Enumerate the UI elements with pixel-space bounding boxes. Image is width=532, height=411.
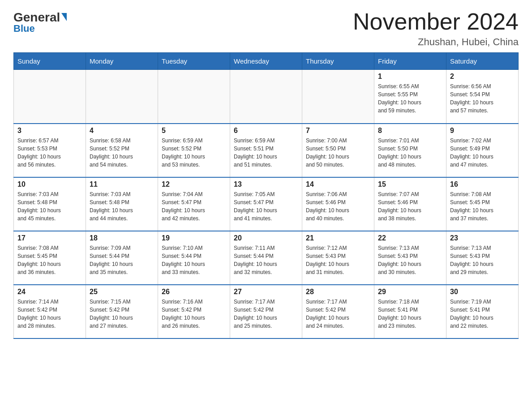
header-day-sunday: Sunday — [14, 53, 86, 70]
day-number: 25 — [90, 288, 154, 296]
day-number: 23 — [450, 234, 515, 242]
location: Zhushan, Hubei, China — [353, 36, 519, 48]
day-number: 11 — [90, 180, 154, 188]
day-info: Sunrise: 7:16 AM Sunset: 5:42 PM Dayligh… — [162, 298, 226, 330]
day-info: Sunrise: 7:17 AM Sunset: 5:42 PM Dayligh… — [306, 298, 370, 330]
logo-general: General — [13, 11, 67, 24]
calendar-cell: 12Sunrise: 7:04 AM Sunset: 5:47 PM Dayli… — [158, 177, 230, 231]
calendar-cell: 23Sunrise: 7:13 AM Sunset: 5:43 PM Dayli… — [446, 231, 519, 285]
calendar-cell: 25Sunrise: 7:15 AM Sunset: 5:42 PM Dayli… — [86, 285, 158, 338]
day-info: Sunrise: 7:05 AM Sunset: 5:47 PM Dayligh… — [234, 190, 298, 223]
day-number: 22 — [378, 234, 442, 242]
day-info: Sunrise: 6:59 AM Sunset: 5:52 PM Dayligh… — [162, 137, 226, 169]
day-info: Sunrise: 6:55 AM Sunset: 5:55 PM Dayligh… — [378, 82, 442, 115]
day-number: 26 — [162, 288, 226, 296]
day-info: Sunrise: 7:15 AM Sunset: 5:42 PM Dayligh… — [90, 298, 154, 330]
calendar-cell — [302, 70, 374, 124]
day-info: Sunrise: 7:10 AM Sunset: 5:44 PM Dayligh… — [162, 244, 226, 276]
calendar-cell — [14, 70, 86, 124]
calendar-cell: 3Sunrise: 6:57 AM Sunset: 5:53 PM Daylig… — [14, 124, 86, 177]
day-info: Sunrise: 7:03 AM Sunset: 5:48 PM Dayligh… — [90, 190, 154, 223]
day-number: 19 — [162, 234, 226, 242]
calendar-cell — [86, 70, 158, 124]
day-number: 27 — [234, 288, 298, 296]
day-info: Sunrise: 6:59 AM Sunset: 5:51 PM Dayligh… — [234, 137, 298, 169]
calendar-cell: 13Sunrise: 7:05 AM Sunset: 5:47 PM Dayli… — [230, 177, 302, 231]
logo-general-text: General — [13, 11, 60, 24]
calendar-cell: 2Sunrise: 6:56 AM Sunset: 5:54 PM Daylig… — [446, 70, 519, 124]
header-row: SundayMondayTuesdayWednesdayThursdayFrid… — [14, 53, 519, 70]
day-number: 20 — [234, 234, 298, 242]
day-info: Sunrise: 7:13 AM Sunset: 5:43 PM Dayligh… — [378, 244, 442, 276]
day-info: Sunrise: 7:02 AM Sunset: 5:49 PM Dayligh… — [450, 137, 515, 169]
day-info: Sunrise: 7:19 AM Sunset: 5:41 PM Dayligh… — [450, 298, 515, 330]
calendar-cell — [158, 70, 230, 124]
day-info: Sunrise: 7:06 AM Sunset: 5:46 PM Dayligh… — [306, 190, 370, 223]
day-number: 10 — [17, 180, 82, 188]
day-info: Sunrise: 6:57 AM Sunset: 5:53 PM Dayligh… — [17, 137, 82, 169]
calendar-week-4: 17Sunrise: 7:08 AM Sunset: 5:45 PM Dayli… — [14, 231, 519, 285]
day-number: 7 — [306, 127, 370, 135]
day-info: Sunrise: 7:08 AM Sunset: 5:45 PM Dayligh… — [17, 244, 82, 276]
calendar-cell: 20Sunrise: 7:11 AM Sunset: 5:44 PM Dayli… — [230, 231, 302, 285]
day-number: 29 — [378, 288, 442, 296]
day-number: 28 — [306, 288, 370, 296]
day-number: 3 — [17, 127, 82, 135]
calendar-cell: 21Sunrise: 7:12 AM Sunset: 5:43 PM Dayli… — [302, 231, 374, 285]
calendar-cell: 16Sunrise: 7:08 AM Sunset: 5:45 PM Dayli… — [446, 177, 519, 231]
calendar-cell: 6Sunrise: 6:59 AM Sunset: 5:51 PM Daylig… — [230, 124, 302, 177]
day-info: Sunrise: 7:12 AM Sunset: 5:43 PM Dayligh… — [306, 244, 370, 276]
header-day-saturday: Saturday — [446, 53, 519, 70]
calendar-cell: 24Sunrise: 7:14 AM Sunset: 5:42 PM Dayli… — [14, 285, 86, 338]
calendar-week-1: 1Sunrise: 6:55 AM Sunset: 5:55 PM Daylig… — [14, 70, 519, 124]
calendar-cell: 27Sunrise: 7:17 AM Sunset: 5:42 PM Dayli… — [230, 285, 302, 338]
calendar-cell: 19Sunrise: 7:10 AM Sunset: 5:44 PM Dayli… — [158, 231, 230, 285]
header-day-monday: Monday — [86, 53, 158, 70]
calendar: SundayMondayTuesdayWednesdayThursdayFrid… — [13, 52, 519, 339]
day-number: 8 — [378, 127, 442, 135]
calendar-cell: 11Sunrise: 7:03 AM Sunset: 5:48 PM Dayli… — [86, 177, 158, 231]
calendar-cell: 8Sunrise: 7:01 AM Sunset: 5:50 PM Daylig… — [374, 124, 446, 177]
calendar-body: 1Sunrise: 6:55 AM Sunset: 5:55 PM Daylig… — [14, 70, 519, 338]
day-info: Sunrise: 7:00 AM Sunset: 5:50 PM Dayligh… — [306, 137, 370, 169]
day-info: Sunrise: 6:58 AM Sunset: 5:52 PM Dayligh… — [90, 137, 154, 169]
day-number: 6 — [234, 127, 298, 135]
calendar-cell: 14Sunrise: 7:06 AM Sunset: 5:46 PM Dayli… — [302, 177, 374, 231]
header-day-thursday: Thursday — [302, 53, 374, 70]
day-info: Sunrise: 7:13 AM Sunset: 5:43 PM Dayligh… — [450, 244, 515, 276]
day-number: 17 — [17, 234, 82, 242]
calendar-cell: 17Sunrise: 7:08 AM Sunset: 5:45 PM Dayli… — [14, 231, 86, 285]
calendar-cell: 15Sunrise: 7:07 AM Sunset: 5:46 PM Dayli… — [374, 177, 446, 231]
logo-arrow-icon — [61, 13, 67, 21]
day-info: Sunrise: 7:11 AM Sunset: 5:44 PM Dayligh… — [234, 244, 298, 276]
day-info: Sunrise: 7:08 AM Sunset: 5:45 PM Dayligh… — [450, 190, 515, 223]
day-number: 15 — [378, 180, 442, 188]
day-number: 14 — [306, 180, 370, 188]
calendar-cell: 1Sunrise: 6:55 AM Sunset: 5:55 PM Daylig… — [374, 70, 446, 124]
calendar-cell: 26Sunrise: 7:16 AM Sunset: 5:42 PM Dayli… — [158, 285, 230, 338]
day-number: 18 — [90, 234, 154, 242]
day-info: Sunrise: 6:56 AM Sunset: 5:54 PM Dayligh… — [450, 82, 515, 115]
day-number: 9 — [450, 127, 515, 135]
calendar-cell: 22Sunrise: 7:13 AM Sunset: 5:43 PM Dayli… — [374, 231, 446, 285]
logo: General Blue — [13, 9, 67, 34]
day-number: 16 — [450, 180, 515, 188]
calendar-cell: 18Sunrise: 7:09 AM Sunset: 5:44 PM Dayli… — [86, 231, 158, 285]
calendar-cell: 7Sunrise: 7:00 AM Sunset: 5:50 PM Daylig… — [302, 124, 374, 177]
calendar-cell: 9Sunrise: 7:02 AM Sunset: 5:49 PM Daylig… — [446, 124, 519, 177]
logo-blue-text: Blue — [13, 23, 35, 34]
day-info: Sunrise: 7:04 AM Sunset: 5:47 PM Dayligh… — [162, 190, 226, 223]
calendar-cell: 29Sunrise: 7:18 AM Sunset: 5:41 PM Dayli… — [374, 285, 446, 338]
header-day-friday: Friday — [374, 53, 446, 70]
calendar-week-5: 24Sunrise: 7:14 AM Sunset: 5:42 PM Dayli… — [14, 285, 519, 338]
calendar-header: SundayMondayTuesdayWednesdayThursdayFrid… — [14, 53, 519, 70]
day-info: Sunrise: 7:09 AM Sunset: 5:44 PM Dayligh… — [90, 244, 154, 276]
day-number: 12 — [162, 180, 226, 188]
calendar-week-3: 10Sunrise: 7:03 AM Sunset: 5:48 PM Dayli… — [14, 177, 519, 231]
day-info: Sunrise: 7:17 AM Sunset: 5:42 PM Dayligh… — [234, 298, 298, 330]
page-header: General Blue November 2024 Zhushan, Hube… — [13, 9, 519, 48]
calendar-cell: 4Sunrise: 6:58 AM Sunset: 5:52 PM Daylig… — [86, 124, 158, 177]
calendar-cell: 10Sunrise: 7:03 AM Sunset: 5:48 PM Dayli… — [14, 177, 86, 231]
day-number: 21 — [306, 234, 370, 242]
title-section: November 2024 Zhushan, Hubei, China — [353, 9, 519, 48]
